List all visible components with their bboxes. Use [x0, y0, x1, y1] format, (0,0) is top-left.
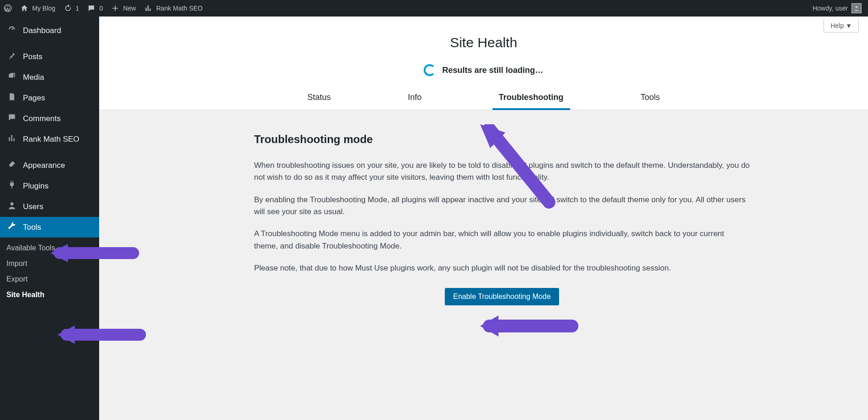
submenu-export[interactable]: Export: [0, 271, 99, 287]
sidebar-item-label: Posts: [23, 52, 43, 61]
user-icon: [6, 201, 17, 212]
help-label: Help: [830, 22, 844, 29]
sidebar-item-pages[interactable]: Pages: [0, 88, 99, 108]
updates-count: 1: [76, 5, 79, 12]
rankmath-link[interactable]: Rank Math SEO: [144, 4, 202, 12]
updates-link[interactable]: 1: [64, 4, 79, 12]
body: Troubleshooting mode When troubleshootin…: [208, 110, 759, 324]
sidebar-item-plugins[interactable]: Plugins: [0, 176, 99, 196]
header: Site Health Results are still loading… S…: [99, 17, 868, 110]
comments-count: 0: [99, 5, 103, 12]
rankmath-label: Rank Math SEO: [156, 5, 202, 12]
chart-icon: [144, 4, 152, 12]
sidebar-item-label: Rank Math SEO: [23, 135, 79, 144]
sidebar-item-posts[interactable]: Posts: [0, 46, 99, 67]
comment-icon: [87, 4, 95, 12]
loading-text: Results are still loading…: [442, 66, 543, 75]
submenu-site-health[interactable]: Site Health: [0, 287, 99, 303]
refresh-icon: [64, 4, 72, 12]
adminbar: My Blog 1 0 New Rank Math SEO Howdy, use…: [0, 0, 868, 17]
media-icon: [6, 72, 17, 83]
site-name-link[interactable]: My Blog: [20, 4, 56, 12]
new-label: New: [123, 5, 136, 12]
sidebar-item-appearance[interactable]: Appearance: [0, 155, 99, 176]
enable-troubleshooting-button[interactable]: Enable Troubleshooting Mode: [445, 288, 559, 305]
page-title: Site Health: [99, 26, 868, 64]
new-link[interactable]: New: [111, 4, 136, 12]
sidebar-item-label: Pages: [23, 94, 45, 103]
account-link[interactable]: Howdy, user: [812, 3, 862, 13]
sidebar-item-label: Media: [23, 73, 44, 82]
pin-icon: [6, 51, 17, 62]
page-icon: [6, 92, 17, 104]
sidebar-item-label: Users: [23, 202, 43, 211]
chart-icon: [6, 133, 17, 145]
tab-troubleshooting[interactable]: Troubleshooting: [497, 88, 566, 110]
submenu-import[interactable]: Import: [0, 256, 99, 271]
tab-status[interactable]: Status: [305, 88, 332, 110]
wordpress-icon: [4, 4, 12, 12]
avatar-icon: [851, 3, 862, 13]
sidebar-item-media[interactable]: Media: [0, 67, 99, 88]
sidebar-item-label: Plugins: [23, 182, 49, 191]
paragraph: When troubleshooting issues on your site…: [254, 160, 750, 184]
tab-info[interactable]: Info: [406, 88, 423, 110]
paragraph: Please note, that due to how Must Use pl…: [254, 262, 750, 274]
wp-logo[interactable]: [4, 4, 12, 12]
sidebar-item-comments[interactable]: Comments: [0, 108, 99, 129]
content: Help ▼ Site Health Results are still loa…: [99, 17, 868, 420]
sidebar-item-rankmath[interactable]: Rank Math SEO: [0, 129, 99, 149]
section-title: Troubleshooting mode: [254, 133, 750, 146]
chevron-down-icon: ▼: [846, 22, 852, 29]
sidebar-item-label: Appearance: [23, 161, 65, 170]
tools-submenu: Available Tools Import Export Site Healt…: [0, 238, 99, 307]
howdy-label: Howdy, user: [812, 5, 848, 12]
sidebar-item-label: Dashboard: [23, 26, 61, 35]
site-name-label: My Blog: [32, 5, 56, 12]
home-icon: [20, 4, 28, 12]
paragraph: A Troubleshooting Mode menu is added to …: [254, 228, 750, 252]
sidebar-item-label: Tools: [23, 223, 41, 232]
tab-tools[interactable]: Tools: [639, 88, 662, 110]
sidebar-item-label: Comments: [23, 114, 61, 123]
dashboard-icon: [6, 25, 17, 36]
paragraph: By enabling the Troubleshooting Mode, al…: [254, 194, 750, 218]
admin-sidebar: Dashboard Posts Media Pages Comments Ran…: [0, 17, 99, 420]
sidebar-item-dashboard[interactable]: Dashboard: [0, 20, 99, 41]
sidebar-item-tools[interactable]: Tools: [0, 217, 99, 238]
comments-link[interactable]: 0: [87, 4, 103, 12]
help-tab[interactable]: Help ▼: [823, 19, 859, 33]
sidebar-item-users[interactable]: Users: [0, 196, 99, 217]
tools-icon: [6, 221, 17, 233]
loading-row: Results are still loading…: [99, 64, 868, 88]
plus-icon: [111, 4, 119, 12]
submenu-available-tools[interactable]: Available Tools: [0, 240, 99, 256]
tabrow: Status Info Troubleshooting Tools: [99, 88, 868, 110]
spinner-icon: [424, 64, 436, 76]
comment-icon: [6, 113, 17, 124]
brush-icon: [6, 160, 17, 171]
plug-icon: [6, 180, 17, 192]
